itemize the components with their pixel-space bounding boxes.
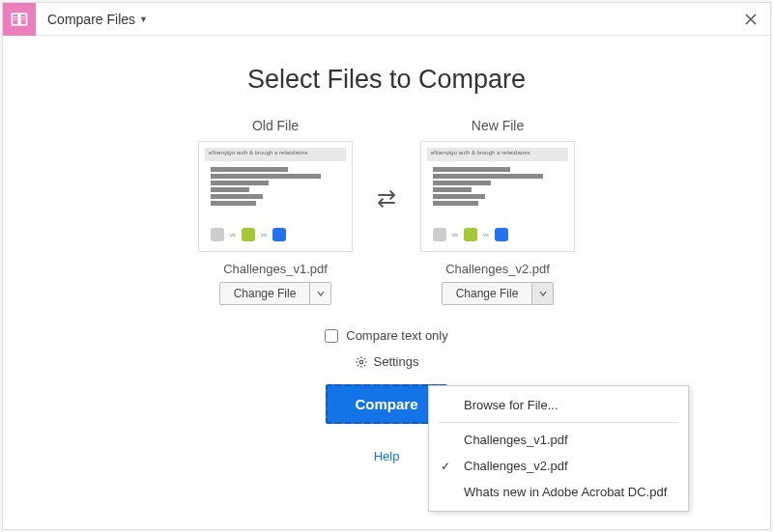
content-area: Select Files to Compare Old File eNamylg… — [3, 36, 770, 529]
android-icon — [464, 228, 477, 241]
menu-item-file[interactable]: Challenges_v1.pdf — [429, 427, 688, 453]
menu-item-label: Challenges_v1.pdf — [464, 433, 568, 447]
windows-icon — [495, 228, 508, 241]
compare-text-only-checkbox[interactable] — [325, 329, 338, 343]
old-change-file-button[interactable]: Change File — [219, 282, 311, 305]
settings-button[interactable]: Settings — [355, 354, 419, 369]
new-filename: Challenges_v2.pdf — [445, 262, 550, 276]
new-file-label: New File — [472, 118, 524, 133]
window-title[interactable]: Compare Files ▼ — [47, 12, 148, 27]
chevron-down-icon — [317, 290, 325, 297]
settings-label: Settings — [374, 354, 419, 369]
compare-text-only-label: Compare text only — [346, 328, 448, 343]
old-file-column: Old File eNamylgo auth & brough a relacd… — [193, 118, 358, 305]
check-icon: ✓ — [441, 460, 450, 473]
close-icon — [745, 14, 757, 25]
old-file-label: Old File — [252, 118, 299, 133]
ios-icon — [211, 228, 224, 241]
new-file-thumbnail[interactable]: eNamylgo auth & brough a relacdatms vsvs — [420, 141, 575, 252]
thumb-icons: vsvs — [427, 226, 568, 245]
windows-icon — [272, 228, 286, 241]
thumb-icons: vsvs — [205, 226, 346, 245]
chevron-down-icon — [539, 290, 547, 297]
menu-item-label: Challenges_v2.pdf — [464, 459, 568, 473]
title-text: Compare Files — [47, 12, 135, 27]
swap-icon[interactable]: ⇄ — [377, 185, 396, 212]
app-icon — [3, 3, 36, 36]
thumb-body — [427, 165, 568, 226]
menu-item-browse[interactable]: Browse for File... — [429, 392, 688, 418]
old-file-thumbnail[interactable]: eNamylgo auth & brough a relacdatms vsvs — [198, 141, 353, 252]
gear-icon — [355, 355, 368, 369]
titlebar: Compare Files ▼ — [3, 3, 770, 36]
change-file-dropdown-menu: Browse for File... Challenges_v1.pdf ✓ C… — [428, 385, 689, 512]
close-button[interactable] — [731, 3, 770, 36]
swap-column: ⇄ — [358, 185, 415, 212]
menu-divider — [439, 422, 678, 423]
svg-point-2 — [359, 360, 363, 364]
old-filename: Challenges_v1.pdf — [223, 262, 328, 276]
files-row: Old File eNamylgo auth & brough a relacd… — [42, 118, 731, 305]
compare-text-only-row[interactable]: Compare text only — [325, 328, 448, 343]
menu-item-label: Whats new in Adobe Acrobat DC.pdf — [464, 485, 667, 499]
help-link[interactable]: Help — [374, 449, 400, 463]
thumb-body — [205, 165, 346, 226]
menu-item-file[interactable]: Whats new in Adobe Acrobat DC.pdf — [429, 479, 688, 505]
page-heading: Select Files to Compare — [42, 65, 731, 95]
old-change-file-dropdown[interactable] — [310, 282, 331, 305]
menu-item-file[interactable]: ✓ Challenges_v2.pdf — [429, 453, 688, 479]
ios-icon — [433, 228, 446, 241]
thumb-header: eNamylgo auth & brough a relacdatms — [205, 148, 346, 161]
compare-files-window: Compare Files ▼ Select Files to Compare … — [2, 2, 771, 530]
new-file-column: New File eNamylgo auth & brough a relacd… — [415, 118, 580, 305]
thumb-header: eNamylgo auth & brough a relacdatms — [427, 148, 568, 161]
android-icon — [242, 228, 255, 241]
new-change-file-dropdown[interactable] — [532, 282, 554, 305]
chevron-down-icon: ▼ — [139, 14, 148, 24]
new-change-file-button[interactable]: Change File — [442, 282, 533, 305]
